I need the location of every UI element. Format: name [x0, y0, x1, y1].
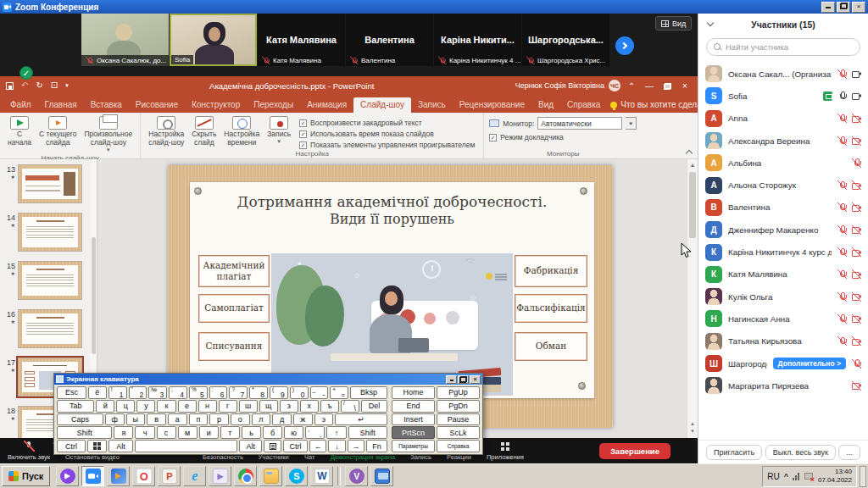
key-у[interactable]: у	[136, 400, 155, 413]
key-2[interactable]: "2	[129, 386, 147, 399]
key-м[interactable]: м	[178, 426, 198, 439]
key-х[interactable]: х	[300, 400, 319, 413]
key-справка[interactable]: Справка	[437, 440, 480, 452]
ribbon-button[interactable]: С текущего слайда	[36, 115, 79, 148]
taskbar-app-alisa[interactable]	[56, 466, 79, 486]
key-home[interactable]: Home	[392, 386, 435, 399]
taskbar-app-kmplayer[interactable]: ▶	[209, 466, 231, 486]
slide-thumbnail-16[interactable]: 16★	[2, 309, 97, 348]
end-meeting-button[interactable]: Завершение	[599, 443, 670, 459]
key-р[interactable]: р	[209, 413, 229, 426]
key-→[interactable]: →	[348, 440, 364, 452]
key-ж[interactable]: ж	[293, 413, 313, 426]
participant-row[interactable]: ККатя Малявина	[705, 263, 861, 286]
monitor-select[interactable]: Автоматически	[537, 117, 622, 130]
ribbon-checkbox[interactable]: ✓Воспроизвести закадровый текст	[299, 119, 475, 127]
slide-box-right[interactable]: Фабрикація	[515, 255, 587, 287]
key-ctrl[interactable]: Ctrl	[57, 440, 86, 452]
presenter-mode-checkbox[interactable]: ✓ Режим докладчика	[489, 133, 564, 141]
participant-row[interactable]: ДДженнифер Макаренко	[705, 219, 861, 241]
tab-вид[interactable]: Вид	[531, 97, 560, 113]
ribbon-button[interactable]: Скрыть слайд	[189, 115, 219, 148]
key-с[interactable]: с	[157, 426, 176, 439]
monitor-select-arrow[interactable]: ▼	[626, 117, 637, 130]
key-insert[interactable]: Insert	[392, 413, 435, 426]
keyboard-minimize-button[interactable]	[446, 375, 457, 384]
taskbar-app-viber[interactable]: V	[345, 466, 368, 486]
undo-icon[interactable]: ↶	[21, 81, 28, 90]
key-ц[interactable]: ц	[116, 400, 135, 413]
key-tab[interactable]: Tab	[57, 400, 94, 413]
view-button[interactable]: Вид	[655, 16, 692, 30]
key-и[interactable]: и	[199, 426, 219, 439]
key-ы[interactable]: ы	[126, 413, 146, 426]
slide-box-right[interactable]: Обман	[515, 332, 587, 361]
participant-row[interactable]: AАльона Сторожук	[705, 174, 861, 196]
ppt-close-button[interactable]: ×	[678, 81, 692, 91]
language-indicator[interactable]: RU	[767, 472, 779, 481]
key-9[interactable]: (9	[270, 386, 288, 399]
key-8[interactable]: *8	[249, 386, 268, 399]
taskbar-app-display[interactable]	[370, 466, 393, 486]
key-menu-key-icon[interactable]	[264, 440, 281, 452]
key-caps[interactable]: Caps	[57, 413, 103, 426]
tab-переходы[interactable]: Переходы	[247, 97, 300, 113]
slide-thumbnail-14[interactable]: 14★	[2, 213, 97, 252]
toolbar-apps[interactable]: Приложения	[479, 438, 531, 463]
slide-thumbnail-15[interactable]: 15★	[2, 261, 97, 300]
key-параметры[interactable]: Параметры	[392, 440, 435, 452]
key-ё[interactable]: ё	[88, 386, 107, 399]
slide-box-right[interactable]: Фальсифікація	[515, 294, 587, 323]
key-1[interactable]: !1	[108, 386, 127, 399]
video-tile[interactable]: Каріна Никити...Каріна Никитинчук 4 ...	[434, 14, 521, 66]
key-=[interactable]: +=	[330, 386, 348, 399]
show-desktop-button[interactable]	[860, 466, 866, 487]
key-э[interactable]: э	[314, 413, 334, 426]
key-alt[interactable]: Alt	[239, 440, 262, 452]
participant-row[interactable]: Татьяна Кирьязова	[705, 330, 861, 352]
previous-slide-button[interactable]: ▲	[687, 420, 698, 428]
key-я[interactable]: я	[114, 426, 133, 439]
on-screen-keyboard[interactable]: Экранная клавиатура × Escё!1"2№3;4%5:6?7…	[53, 373, 483, 455]
key-г[interactable]: г	[219, 400, 237, 413]
taskbar-app-skype[interactable]: S	[285, 466, 308, 486]
key-4[interactable]: ;4	[169, 386, 187, 399]
key-б[interactable]: б	[263, 426, 282, 439]
keyboard-restore-button[interactable]	[458, 375, 469, 384]
toolbar-mic-off[interactable]: Включить звук	[0, 438, 58, 463]
ppt-minimize-button[interactable]: —	[643, 81, 656, 91]
key-6[interactable]: :6	[209, 386, 228, 399]
taskbar-app-word[interactable]: W	[310, 466, 333, 486]
key-5[interactable]: %5	[189, 386, 208, 399]
minimize-button[interactable]	[821, 2, 835, 13]
redo-icon[interactable]: ↻	[36, 81, 42, 90]
clock-tray[interactable]: 13:40 07.04.2022	[818, 468, 852, 485]
tab-главная[interactable]: Главная	[38, 97, 84, 113]
participant-row[interactable]: ККаріна Никитинчук 4 курс денн...	[705, 241, 861, 263]
next-videos-button[interactable]	[615, 36, 634, 55]
tab-рецензирование[interactable]: Рецензирование	[453, 97, 531, 113]
key-ш[interactable]: ш	[239, 400, 258, 413]
next-slide-button[interactable]: ▼	[687, 428, 698, 435]
taskbar-app-explorer[interactable]	[259, 466, 282, 486]
key-bksp[interactable]: Bksp	[350, 386, 387, 399]
tab-вставка[interactable]: Вставка	[84, 97, 129, 113]
mute-all-button[interactable]: Выкл. весь звук	[765, 445, 836, 460]
key-↑[interactable]: ↑	[326, 426, 346, 439]
close-button[interactable]: ×	[852, 2, 865, 13]
key-п[interactable]: п	[189, 413, 209, 426]
key-л[interactable]: л	[252, 413, 271, 426]
key-ь[interactable]: ь	[242, 426, 261, 439]
participant-row[interactable]: Кулік Ольга	[705, 286, 861, 308]
key-esc[interactable]: Esc	[57, 386, 86, 399]
tab-файл[interactable]: Файл	[3, 97, 38, 113]
ribbon-checkbox[interactable]: ✓Использовать время показа слайдов	[299, 130, 475, 138]
network-signal-icon[interactable]	[793, 472, 799, 480]
more-options-button[interactable]: Дополнительно >	[773, 358, 846, 369]
key-е[interactable]: е	[178, 400, 197, 413]
slideshow-qat-icon[interactable]: ⊡	[51, 81, 58, 90]
scrollbar-thumb[interactable]	[689, 172, 696, 238]
video-tile[interactable]: ВалентинаВалентина	[346, 14, 433, 66]
key-к[interactable]: к	[157, 400, 175, 413]
no-internet-flag-icon[interactable]	[804, 472, 814, 481]
